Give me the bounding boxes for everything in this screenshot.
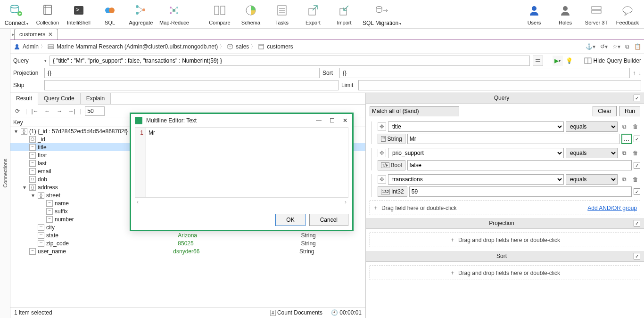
anchor-icon[interactable]: ⚓▾	[586, 43, 595, 50]
delete-icon[interactable]: 🗑	[631, 148, 640, 158]
limit-input[interactable]	[358, 80, 641, 90]
multiline-editor[interactable]: 1 Mr	[135, 127, 348, 198]
tree-key[interactable]: zip_code	[46, 240, 69, 247]
enable-condition-checkbox[interactable]: ✓	[634, 136, 640, 142]
duplicate-icon[interactable]: ⧉	[619, 148, 629, 158]
type-badge[interactable]: ""String	[378, 134, 405, 144]
connect-button[interactable]: Connect▾	[4, 3, 29, 26]
tasks-button[interactable]: Tasks	[269, 3, 295, 25]
connections-side-tab[interactable]: Connections	[0, 29, 10, 318]
hide-query-builder-button[interactable]: Hide Query Builder	[584, 57, 641, 64]
run-button[interactable]: Run	[619, 106, 640, 116]
operator-select[interactable]: equals	[566, 121, 618, 132]
next-page-button[interactable]: →	[55, 107, 64, 115]
editor-text[interactable]: Mr	[146, 128, 348, 197]
minimize-icon[interactable]: —	[315, 117, 322, 124]
operator-select[interactable]: equals	[566, 174, 618, 185]
query-options-button[interactable]	[533, 56, 543, 66]
roles-button[interactable]: Roles	[553, 3, 578, 25]
schema-button[interactable]: Schema	[238, 3, 264, 25]
scroll-left-icon[interactable]: ‹	[137, 199, 139, 205]
prev-page-button[interactable]: ←	[43, 107, 51, 115]
compare-button[interactable]: Compare	[207, 3, 232, 25]
tree-key[interactable]: street	[46, 192, 60, 199]
tree-key[interactable]: suffix	[55, 208, 68, 215]
tree-key[interactable]: last	[38, 160, 47, 167]
projection-dropzone[interactable]: ＋Drag and drop fields here or double-cli…	[370, 233, 640, 247]
tab-explain[interactable]: Explain	[81, 93, 111, 104]
count-documents-button[interactable]: # Count Documents	[270, 309, 322, 316]
expand-editor-button[interactable]: …	[621, 134, 632, 144]
modal-titlebar[interactable]: Multiline Editor: Text — ☐ ✕	[131, 114, 352, 127]
import-button[interactable]: Import	[331, 3, 357, 25]
tree-root[interactable]: (1) {_id : 57d28452ed5d4d54e868702f}	[29, 128, 128, 135]
tree-key[interactable]: number	[55, 216, 74, 223]
breadcrumb-db[interactable]: sales	[236, 43, 249, 50]
add-and-or-group-link[interactable]: Add AND/OR group	[587, 205, 637, 211]
delete-icon[interactable]: 🗑	[631, 122, 640, 131]
aggregate-button[interactable]: Aggregate	[128, 3, 154, 25]
sort-input[interactable]	[339, 68, 630, 78]
query-input[interactable]	[50, 56, 530, 66]
server3t-button[interactable]: Server 3T	[584, 3, 609, 25]
hint-icon[interactable]: 💡	[566, 57, 573, 64]
query-chevron-icon[interactable]: ▾	[44, 58, 47, 63]
drag-handle-icon[interactable]: ✥	[378, 175, 386, 184]
intellishell-button[interactable]: >_ IntelliShell	[66, 3, 91, 25]
type-badge[interactable]: T/FBool	[378, 160, 405, 170]
type-badge[interactable]: 132Int32	[378, 186, 407, 197]
tree-key[interactable]: city	[46, 224, 55, 231]
value-input[interactable]	[407, 134, 619, 144]
query-enabled-checkbox[interactable]: ✓	[634, 95, 640, 101]
paste-icon[interactable]: 📋	[634, 43, 641, 50]
duplicate-icon[interactable]: ⧉	[619, 175, 629, 184]
page-size-input[interactable]	[85, 106, 105, 116]
ok-button[interactable]: OK	[275, 214, 305, 226]
breadcrumb-connection[interactable]: Marine Mammal Research (Admin@cluster0.u…	[57, 43, 218, 50]
sqlmigration-button[interactable]: SQL Migration▾	[363, 3, 401, 26]
tab-result[interactable]: Result	[10, 93, 38, 105]
sort-enabled-checkbox[interactable]: ✓	[634, 253, 640, 259]
tree-key[interactable]: name	[55, 200, 69, 207]
projection-enabled-checkbox[interactable]: ✓	[634, 220, 640, 226]
copy-icon[interactable]: ⧉	[625, 43, 629, 50]
sql-button[interactable]: SQL	[97, 3, 123, 25]
field-name-select[interactable]: transactions	[388, 174, 564, 185]
sort-dropzone[interactable]: ＋Drag and drop fields here or double-cli…	[370, 266, 640, 280]
users-button[interactable]: Users	[521, 3, 547, 25]
close-icon[interactable]: ✕	[342, 117, 348, 124]
enable-condition-checkbox[interactable]: ✓	[634, 188, 640, 195]
maximize-icon[interactable]: ☐	[329, 117, 335, 124]
drag-handle-icon[interactable]: ✥	[378, 122, 386, 131]
collection-button[interactable]: Collection	[35, 3, 60, 25]
mapreduce-button[interactable]: Map-Reduce	[159, 3, 189, 25]
value-input[interactable]	[409, 186, 632, 197]
field-dropzone[interactable]: ＋ Drag field here or double-click Add AN…	[370, 201, 640, 215]
duplicate-icon[interactable]: ⧉	[619, 122, 629, 131]
favorite-icon[interactable]: ☆▾	[612, 43, 620, 50]
operator-select[interactable]: equals	[566, 148, 618, 158]
last-page-button[interactable]: →|	[67, 107, 76, 115]
tab-customers[interactable]: customers ✕	[14, 29, 58, 40]
value-input[interactable]	[407, 160, 632, 170]
sort-asc-icon[interactable]: ↑	[633, 70, 636, 76]
field-name-select[interactable]: title	[388, 121, 564, 132]
enable-condition-checkbox[interactable]: ✓	[634, 162, 640, 169]
clear-button[interactable]: Clear	[593, 106, 617, 116]
export-button[interactable]: Export	[300, 3, 326, 25]
run-query-button[interactable]: ▶▾	[553, 56, 563, 66]
close-icon[interactable]: ✕	[48, 31, 53, 38]
refresh-button[interactable]: ⟳	[13, 107, 22, 115]
tree-key[interactable]: dob	[38, 176, 47, 183]
drag-handle-icon[interactable]: ✥	[378, 149, 386, 157]
tree-key[interactable]: _id	[38, 136, 45, 143]
feedback-button[interactable]: Feedback	[615, 3, 640, 25]
skip-input[interactable]	[44, 80, 339, 90]
sort-desc-icon[interactable]: ↓	[638, 70, 641, 76]
match-mode-select[interactable]: Match all of ($and)	[370, 106, 459, 116]
first-page-button[interactable]: |←	[31, 107, 39, 115]
tree-key[interactable]: user_name	[38, 248, 66, 255]
breadcrumb-collection[interactable]: customers	[267, 43, 293, 50]
cancel-button[interactable]: Cancel	[309, 214, 348, 226]
scroll-right-icon[interactable]: ›	[345, 199, 347, 205]
